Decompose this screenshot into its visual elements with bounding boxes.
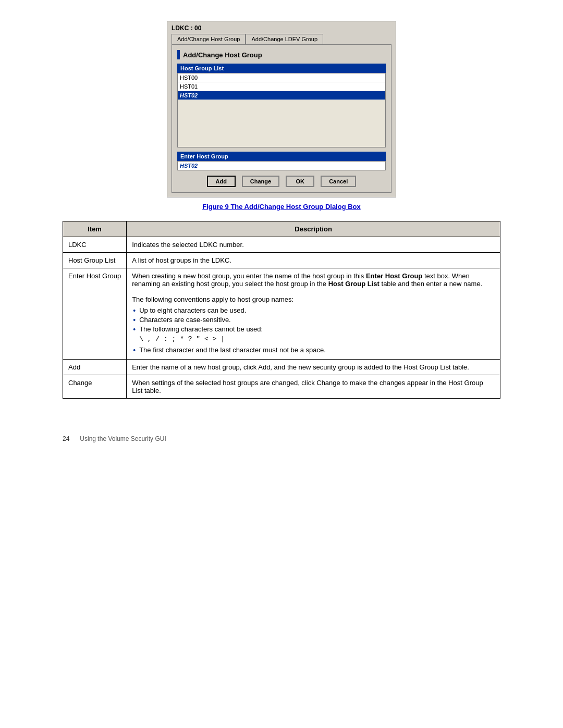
table-cell-description-add: Enter the name of a new host group, clic… (127, 360, 500, 375)
table-header-description: Description (127, 221, 500, 237)
enter-host-group-section: Enter Host Group (177, 152, 386, 170)
bullet-item-last: The first character and the last charact… (132, 346, 495, 354)
page-footer: 24 Using the Volume Security GUI (63, 430, 500, 442)
enter-host-group-header: Enter Host Group (177, 152, 386, 161)
bullet-item-1: Up to eight characters can be used. (132, 306, 495, 314)
host-group-list[interactable]: HST00 HST01 HST02 (177, 73, 386, 147)
desc-text-bold2: Host Group List (328, 280, 382, 288)
bullet-item-2: Characters are case-sensitive. (132, 316, 495, 324)
add-button[interactable]: Add (207, 176, 236, 187)
desc-text-mid2: table and then enter a new name. (382, 280, 483, 288)
page-number: 24 (63, 435, 69, 442)
enter-host-group-input[interactable] (177, 161, 386, 170)
description-table: Item Description LDKC Indicates the sele… (63, 221, 500, 399)
table-row: LDKC Indicates the selected LDKC number. (63, 237, 500, 253)
desc-text-sub: The following conventions apply to host … (132, 295, 293, 303)
table-cell-item-enter-host-group: Enter Host Group (63, 268, 127, 360)
dialog-section-title: Add/Change Host Group (177, 50, 386, 59)
dialog-tabs: Add/Change Host Group Add/Change LDEV Gr… (167, 32, 396, 44)
table-cell-description: A list of host groups in the LDKC. (127, 253, 500, 268)
table-cell-description-enter-host-group: When creating a new host group, you ente… (127, 268, 500, 360)
table-header-item: Item (63, 221, 127, 237)
cancel-button[interactable]: Cancel (321, 176, 356, 187)
table-row: Host Group List A list of host groups in… (63, 253, 500, 268)
dialog-body: Add/Change Host Group Host Group List HS… (172, 44, 391, 193)
desc-text-intro: When creating a new host group, you ente… (132, 272, 364, 280)
dialog-buttons: Add Change OK Cancel (177, 176, 386, 187)
table-cell-item: Host Group List (63, 253, 127, 268)
ok-button[interactable]: OK (286, 176, 314, 187)
code-line: \ , / : ; * ? " < > | (139, 335, 495, 343)
table-cell-description-change: When settings of the selected host group… (127, 375, 500, 399)
table-cell-item-add: Add (63, 360, 127, 375)
hgl-empty-area (178, 100, 385, 147)
table-cell-item: LDKC (63, 237, 127, 253)
hgl-item-hst00[interactable]: HST00 (178, 73, 385, 82)
table-row-change: Change When settings of the selected hos… (63, 375, 500, 399)
bullet-list: Up to eight characters can be used. Char… (132, 306, 495, 333)
tab-add-change-ldev-group[interactable]: Add/Change LDEV Group (246, 34, 323, 44)
dialog-ldkc-label: LDKC : 00 (167, 21, 396, 32)
host-group-list-header: Host Group List (177, 64, 386, 73)
table-row-enter-host-group: Enter Host Group When creating a new hos… (63, 268, 500, 360)
page-label: Using the Volume Security GUI (80, 435, 166, 442)
tab-add-change-host-group[interactable]: Add/Change Host Group (172, 34, 246, 44)
table-cell-description: Indicates the selected LDKC number. (127, 237, 500, 253)
table-row-add: Add Enter the name of a new host group, … (63, 360, 500, 375)
dialog-screenshot: LDKC : 00 Add/Change Host Group Add/Chan… (167, 21, 396, 198)
table-cell-item-change: Change (63, 375, 127, 399)
hgl-item-hst01[interactable]: HST01 (178, 82, 385, 91)
blue-bar-icon (177, 50, 180, 59)
bullet-item-3: The following characters cannot be used: (132, 325, 495, 333)
dialog-section-title-text: Add/Change Host Group (183, 51, 262, 59)
hgl-item-hst02[interactable]: HST02 (178, 91, 385, 100)
change-button[interactable]: Change (242, 176, 279, 187)
figure-caption: Figure 9 The Add/Change Host Group Dialo… (63, 203, 500, 211)
bullet-list-last: The first character and the last charact… (132, 346, 495, 354)
desc-text-bold1: Enter Host Group (366, 272, 424, 280)
